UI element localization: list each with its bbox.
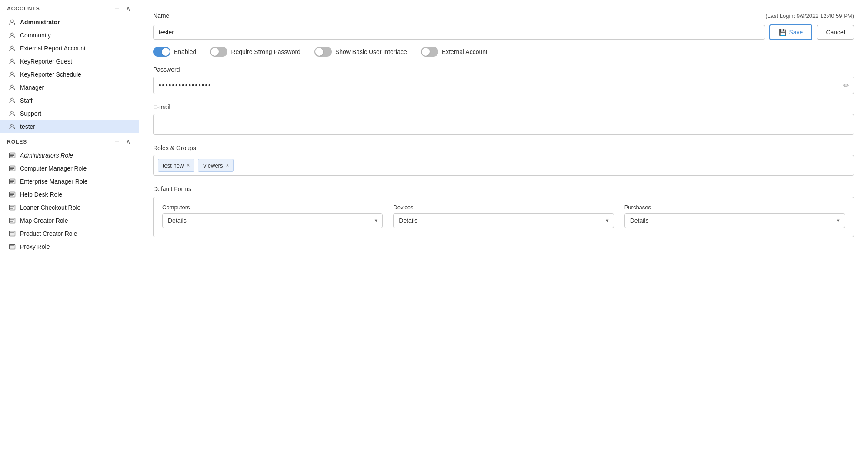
roles-section-header: ROLES ＋ ∧: [0, 133, 139, 149]
sidebar-role-map-creator-role[interactable]: Map Creator Role: [0, 214, 139, 227]
user-icon: [9, 45, 16, 52]
user-icon: [9, 71, 16, 78]
user-icon: [9, 19, 16, 26]
user-icon: [9, 32, 16, 39]
accounts-title: ACCOUNTS: [7, 6, 40, 12]
devices-label: Devices: [393, 204, 614, 211]
external-account-toggle[interactable]: [421, 47, 438, 57]
password-wrapper: ✏: [153, 77, 854, 94]
sidebar-role-label: Help Desk Role: [20, 191, 62, 198]
password-edit-icon[interactable]: ✏: [843, 81, 849, 90]
sidebar-account-keyreporter-guest[interactable]: KeyReporter Guest: [0, 55, 139, 68]
sidebar-role-product-creator-role[interactable]: Product Creator Role: [0, 227, 139, 240]
svg-point-3: [11, 59, 13, 62]
sidebar-role-label: Proxy Role: [20, 243, 50, 250]
role-icon: [9, 204, 16, 211]
sidebar-account-tester[interactable]: tester: [0, 120, 139, 133]
sidebar-role-label: Map Creator Role: [20, 217, 68, 224]
add-role-button[interactable]: ＋: [113, 137, 121, 146]
add-account-button[interactable]: ＋: [113, 4, 121, 13]
name-header-row: Name (Last Login: 9/9/2022 12:40:59 PM) …: [153, 12, 854, 40]
main-content: Name (Last Login: 9/9/2022 12:40:59 PM) …: [139, 0, 868, 456]
roles-groups-label: Roles & Groups: [153, 144, 854, 151]
sidebar-account-community[interactable]: Community: [0, 29, 139, 42]
user-icon: [9, 97, 16, 104]
roles-controls: ＋ ∧: [113, 137, 132, 146]
user-icon: [9, 110, 16, 117]
purchases-label: Purchases: [624, 204, 845, 211]
purchases-select-wrapper: Details Summary None ▼: [624, 213, 845, 228]
sidebar-account-label: KeyReporter Schedule: [20, 71, 81, 78]
name-label: Name: [153, 12, 169, 19]
sidebar-role-enterprise-manager-role[interactable]: Enterprise Manager Role: [0, 175, 139, 188]
show-basic-ui-label: Show Basic User Interface: [335, 48, 407, 55]
sidebar-account-manager[interactable]: Manager: [0, 81, 139, 94]
svg-point-1: [11, 33, 13, 36]
accounts-section-header: ACCOUNTS ＋ ∧: [0, 0, 139, 16]
user-icon: [9, 84, 16, 91]
role-tag-test-new-remove[interactable]: ×: [187, 162, 190, 168]
enabled-label: Enabled: [174, 48, 196, 55]
purchases-form-group: Purchases Details Summary None ▼: [624, 204, 845, 228]
svg-point-0: [11, 20, 13, 23]
cancel-button[interactable]: Cancel: [817, 25, 854, 40]
sidebar-role-label: Product Creator Role: [20, 230, 77, 237]
external-account-label: External Account: [442, 48, 487, 55]
roles-list: Administrators Role Computer Manager Rol…: [0, 149, 139, 253]
role-icon: [9, 178, 16, 185]
computers-form-group: Computers Details Summary None ▼: [162, 204, 383, 228]
require-strong-password-toggle[interactable]: [210, 47, 227, 57]
sidebar-role-proxy-role[interactable]: Proxy Role: [0, 240, 139, 253]
role-tag-test-new: test new ×: [158, 159, 194, 172]
sidebar-role-loaner-checkout-role[interactable]: Loaner Checkout Role: [0, 201, 139, 214]
sidebar-role-label: Loaner Checkout Role: [20, 204, 80, 211]
email-input[interactable]: [153, 114, 854, 135]
sidebar-account-keyreporter-schedule[interactable]: KeyReporter Schedule: [0, 68, 139, 81]
save-icon: 💾: [779, 29, 786, 36]
role-tag-viewers-label: Viewers: [203, 162, 223, 169]
forms-row: Computers Details Summary None ▼ Devices: [162, 204, 845, 228]
sidebar-account-label: Manager: [20, 84, 44, 91]
password-section: Password ✏: [153, 66, 854, 94]
password-input[interactable]: [153, 77, 854, 94]
sidebar-account-staff[interactable]: Staff: [0, 94, 139, 107]
password-label: Password: [153, 66, 854, 73]
sidebar-account-label: Community: [20, 32, 51, 39]
show-basic-ui-toggle[interactable]: [314, 47, 332, 57]
default-forms-section: Default Forms Computers Details Summary …: [153, 185, 854, 237]
role-icon: [9, 152, 16, 159]
collapse-roles-button[interactable]: ∧: [125, 137, 132, 146]
name-input[interactable]: [153, 25, 765, 40]
devices-select[interactable]: Details Summary None: [393, 213, 614, 228]
sidebar-role-administrators-role[interactable]: Administrators Role: [0, 149, 139, 162]
roles-title: ROLES: [7, 139, 27, 145]
sidebar-account-support[interactable]: Support: [0, 107, 139, 120]
collapse-accounts-button[interactable]: ∧: [125, 4, 132, 13]
svg-point-2: [11, 46, 13, 49]
role-tag-test-new-label: test new: [163, 162, 184, 169]
role-tag-viewers: Viewers ×: [198, 159, 234, 172]
svg-point-5: [11, 85, 13, 88]
sidebar-account-administrator[interactable]: Administrator: [0, 16, 139, 29]
user-icon: [9, 58, 16, 65]
computers-select-wrapper: Details Summary None ▼: [162, 213, 383, 228]
sidebar-account-external-report-account[interactable]: External Report Account: [0, 42, 139, 55]
enabled-toggle[interactable]: [153, 47, 170, 57]
role-tag-viewers-remove[interactable]: ×: [226, 162, 229, 168]
sidebar-role-label: Administrators Role: [20, 152, 73, 159]
sidebar: ACCOUNTS ＋ ∧ Administrator Community Ext…: [0, 0, 139, 456]
accounts-list: Administrator Community External Report …: [0, 16, 139, 133]
save-button[interactable]: 💾 Save: [769, 24, 812, 40]
email-section: E-mail: [153, 104, 854, 135]
last-login-text: (Last Login: 9/9/2022 12:40:59 PM): [765, 13, 854, 19]
purchases-select[interactable]: Details Summary None: [624, 213, 845, 228]
computers-select[interactable]: Details Summary None: [162, 213, 383, 228]
sidebar-role-help-desk-role[interactable]: Help Desk Role: [0, 188, 139, 201]
user-icon: [9, 123, 16, 130]
external-account-toggle-group: External Account: [421, 47, 487, 57]
roles-tags-box[interactable]: test new × Viewers ×: [153, 155, 854, 176]
svg-point-4: [11, 72, 13, 75]
email-label: E-mail: [153, 104, 854, 111]
sidebar-role-computer-manager-role[interactable]: Computer Manager Role: [0, 162, 139, 175]
sidebar-account-label: Administrator: [20, 19, 60, 26]
